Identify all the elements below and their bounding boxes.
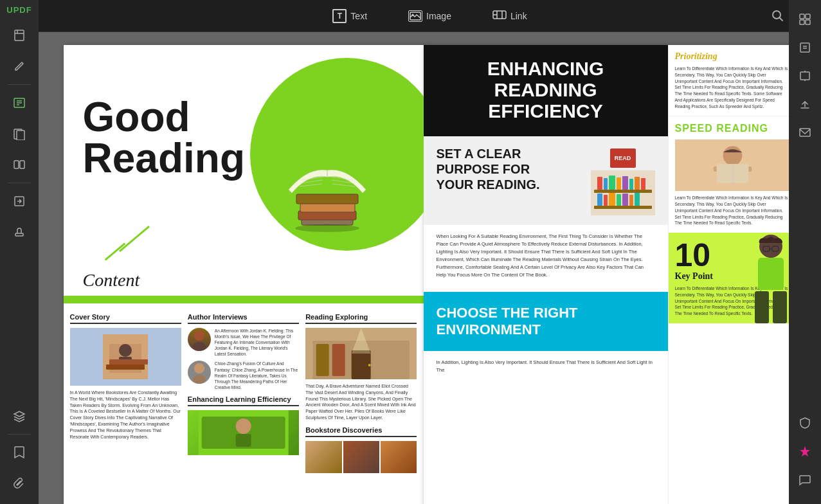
choose-env-title-1: CHOOSE THE RIGHT — [437, 305, 655, 321]
prioritizing-box: Prioritizing Learn To Differentiate Whic… — [669, 45, 797, 116]
svg-rect-86 — [800, 43, 809, 52]
enhancing-learning-img — [188, 410, 299, 455]
author-interviews-section: Author Interviews An Afternoon With Jor — [188, 313, 299, 473]
author-text-2: Chloe-Zhang's Fusion Of Culture And Fant… — [215, 361, 299, 390]
sidebar-icon-bookmark2[interactable] — [5, 438, 33, 467]
svg-rect-61 — [635, 177, 640, 190]
svg-line-30 — [332, 184, 355, 186]
right-icon-flatten[interactable] — [792, 63, 818, 89]
right-icon-upload[interactable] — [792, 91, 818, 117]
sidebar-icon-compare[interactable] — [5, 150, 33, 179]
svg-rect-63 — [597, 194, 602, 206]
svg-point-38 — [194, 330, 204, 341]
right-icon-protect[interactable] — [792, 410, 818, 436]
reading-exploring-section: Reading Exploring — [305, 313, 417, 473]
good-text: Good — [83, 96, 245, 138]
svg-point-19 — [773, 11, 780, 19]
speed-reading-box: SPEED READING — [669, 116, 797, 233]
document-pages: Good Reading — [64, 45, 797, 504]
set-clear-title-2: PURPOSE FOR — [437, 161, 540, 177]
search-button[interactable] — [771, 9, 784, 25]
text-tool[interactable]: T Text — [325, 5, 375, 27]
svg-line-27 — [300, 184, 322, 186]
body-text-2: In Addition, Lighting Is Also Very Impor… — [424, 351, 668, 382]
canvas-area: Good Reading — [39, 32, 821, 504]
svg-rect-82 — [800, 14, 804, 19]
svg-rect-78 — [773, 291, 787, 323]
bookstore-img-3 — [381, 441, 417, 473]
speed-reading-img — [675, 140, 790, 191]
svg-rect-55 — [597, 177, 602, 190]
prioritizing-title: Prioritizing — [675, 51, 790, 62]
set-clear-title-3: YOUR READING. — [437, 177, 540, 192]
svg-rect-84 — [800, 20, 804, 24]
right-icon-chat[interactable] — [792, 467, 818, 492]
svg-rect-0 — [15, 30, 24, 40]
left-sidebar: UPDF — [0, 0, 39, 504]
svg-rect-24 — [296, 194, 358, 204]
bookstore-grid — [305, 441, 417, 473]
author-avatar-1 — [188, 328, 211, 351]
svg-rect-36 — [106, 364, 145, 370]
choose-env-title-2: ENVIRONMENT — [437, 321, 655, 338]
green-bar — [64, 296, 424, 303]
sidebar-icon-attachment[interactable] — [5, 469, 33, 498]
right-icon-grid[interactable] — [792, 6, 818, 32]
reading-text: Reading — [83, 138, 245, 179]
svg-rect-69 — [635, 193, 640, 206]
enhancing-header: ENHANCING READNING EFFICIENCY — [424, 45, 668, 131]
svg-rect-59 — [622, 176, 628, 190]
ten-key-box: 10 Key Point Learn To Differentiate Whic… — [669, 233, 797, 323]
sidebar-icon-edit[interactable] — [5, 52, 33, 80]
content-label: Content — [83, 270, 140, 291]
text-tool-icon: T — [332, 9, 347, 23]
cover-story-image — [70, 328, 181, 386]
right-icon-star[interactable] — [792, 438, 818, 464]
bookstore-img-1 — [305, 441, 341, 473]
link-tool-label: Link — [510, 11, 527, 21]
svg-rect-39 — [193, 342, 206, 351]
main-content: T Text Image Link — [39, 0, 821, 504]
sidebar-icon-pages[interactable] — [5, 120, 33, 148]
right-main-content: ENHANCING READNING EFFICIENCY SET A CLEA… — [424, 45, 668, 504]
left-doc-page: Good Reading — [64, 45, 424, 504]
svg-rect-67 — [622, 194, 628, 206]
svg-rect-49 — [332, 344, 345, 376]
sidebar-icon-layers[interactable] — [5, 402, 33, 430]
image-tool-icon — [408, 10, 422, 22]
explore-image — [305, 328, 417, 379]
speed-reading-title: SPEED READING — [675, 123, 790, 134]
svg-rect-56 — [604, 178, 608, 190]
right-sidebar — [789, 0, 821, 504]
right-icon-mail[interactable] — [792, 120, 818, 145]
sidebar-icon-text-edit[interactable] — [5, 89, 33, 117]
svg-rect-12 — [15, 233, 23, 236]
enhancing-title-1: ENHANCING — [437, 58, 655, 79]
svg-rect-77 — [755, 291, 769, 323]
svg-point-51 — [368, 364, 371, 366]
explore-text: That Day, A Brave Adventurer Named Eliot… — [305, 383, 417, 421]
svg-rect-76 — [758, 258, 784, 290]
read-badge: READ — [610, 148, 636, 168]
sidebar-icon-bookmark[interactable] — [5, 21, 33, 50]
sidebar-icon-stamp[interactable] — [5, 218, 33, 246]
link-tool[interactable]: Link — [485, 5, 535, 27]
choose-env-section: CHOOSE THE RIGHT ENVIRONMENT — [424, 292, 668, 351]
set-clear-title-1: SET A CLEAR — [437, 146, 540, 161]
svg-rect-10 — [20, 161, 24, 168]
page-viewer[interactable]: Good Reading — [39, 32, 821, 504]
diag-line-1 — [119, 226, 150, 252]
author-interviews-title: Author Interviews — [188, 313, 299, 324]
svg-rect-48 — [316, 344, 329, 376]
bookshelf-illus — [591, 170, 655, 215]
sidebar-icon-extract[interactable] — [5, 187, 33, 215]
image-tool[interactable]: Image — [401, 6, 459, 26]
set-clear-section: SET A CLEAR PURPOSE FOR YOUR READING. RE… — [424, 136, 668, 225]
app-name: UPDF — [6, 5, 32, 15]
svg-rect-90 — [800, 129, 810, 136]
toolbar: T Text Image Link — [39, 0, 821, 32]
body-text-1: When Looking For A Suitable Reading Envi… — [424, 225, 668, 287]
black-separator — [424, 131, 668, 136]
right-icon-ocr[interactable] — [792, 35, 818, 60]
cover-story-section: Cover Story — [70, 313, 181, 473]
